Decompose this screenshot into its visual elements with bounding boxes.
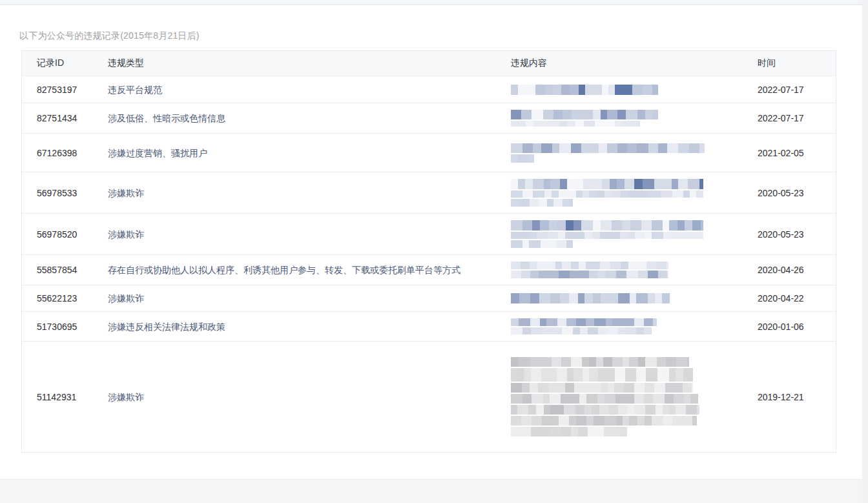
- redacted-content: [511, 292, 670, 305]
- violation-time-cell: 2020-05-23: [758, 188, 836, 198]
- table-body: 82753197 违反平台规范 2022-07-17 82751434 涉及低俗…: [22, 76, 836, 452]
- violation-time-cell: 2020-04-26: [758, 265, 836, 275]
- violation-type: 涉嫌欺诈: [108, 293, 144, 303]
- record-id-cell: 56978520: [22, 229, 108, 240]
- violation-content-cell: [511, 78, 758, 101]
- violation-time: 2020-05-23: [758, 188, 804, 198]
- violation-type-cell: 违反平台规范: [108, 83, 511, 96]
- violation-time-cell: 2020-01-06: [758, 322, 836, 332]
- violation-content-cell: [511, 137, 758, 169]
- violation-time-cell: 2022-07-17: [758, 113, 836, 123]
- violation-type: 存在自行或协助他人以拟人程序、利诱其他用户参与、转发、下载或委托刷单平台等方式: [108, 265, 460, 275]
- violation-time-cell: 2020-04-22: [758, 293, 836, 303]
- violation-time: 2020-04-22: [758, 293, 804, 303]
- record-id-cell: 55622123: [22, 293, 108, 303]
- violation-time-cell: 2020-05-23: [758, 229, 836, 240]
- redacted-content: [511, 142, 705, 164]
- table-row: 82751434 涉及低俗、性暗示或色情信息 2022-07-17: [22, 103, 836, 133]
- violation-type-cell: 涉嫌欺诈: [108, 228, 511, 241]
- record-id-cell: 67126398: [22, 148, 108, 158]
- record-id: 67126398: [37, 148, 77, 158]
- violation-content-cell: [511, 351, 758, 443]
- violation-type: 涉嫌欺诈: [108, 392, 144, 402]
- violation-type: 涉嫌欺诈: [108, 188, 144, 198]
- violation-type: 违反平台规范: [108, 85, 162, 95]
- record-id: 55857854: [37, 265, 77, 275]
- record-id-cell: 51142931: [22, 392, 108, 402]
- redacted-content: [511, 108, 658, 128]
- violation-time: 2020-01-06: [758, 322, 804, 332]
- violation-type-cell: 涉嫌欺诈: [108, 187, 511, 200]
- column-header-record-id: 记录ID: [22, 57, 108, 69]
- violation-time: 2022-07-17: [758, 85, 804, 95]
- redacted-content: [511, 356, 699, 438]
- top-remnant-strip: [0, 0, 868, 5]
- redacted-content: [511, 260, 668, 280]
- column-header-violation-type: 违规类型: [108, 57, 511, 69]
- record-id: 56978533: [37, 188, 77, 198]
- redacted-content: [511, 83, 658, 96]
- record-id: 55622123: [37, 293, 77, 303]
- table-row: 56978533 涉嫌欺诈 2020-05-23: [22, 172, 836, 213]
- table-row: 51142931 涉嫌欺诈 2019-12-21: [22, 341, 836, 452]
- violation-type: 涉嫌欺诈: [108, 229, 144, 240]
- violation-time: 2022-07-17: [758, 113, 804, 123]
- violation-type-cell: 涉嫌欺诈: [108, 292, 511, 305]
- violation-type: 涉嫌过度营销、骚扰用户: [108, 148, 207, 158]
- footer-bar: [0, 479, 868, 503]
- violation-content-cell: [511, 214, 758, 254]
- column-header-violation-content: 违规内容: [511, 57, 758, 69]
- page-title: 以下为公众号的违规记录(2015年8月21日后): [19, 30, 200, 41]
- violation-records-table: 记录ID 违规类型 违规内容 时间 82753197 违反平台规范 2022-0…: [21, 50, 836, 453]
- record-id: 82751434: [37, 113, 77, 123]
- violation-time-cell: 2022-07-17: [758, 85, 836, 95]
- scrollbar-track[interactable]: [862, 0, 868, 503]
- record-id-cell: 82751434: [22, 113, 108, 123]
- table-header-row: 记录ID 违规类型 违规内容 时间: [22, 51, 836, 76]
- table-row: 55622123 涉嫌欺诈 2020-04-22: [22, 285, 836, 311]
- violation-time: 2019-12-21: [758, 392, 804, 402]
- record-id: 56978520: [37, 229, 77, 240]
- record-id: 51730695: [37, 322, 77, 332]
- violation-content-cell: [511, 255, 758, 285]
- violation-type-cell: 涉嫌过度营销、骚扰用户: [108, 147, 511, 159]
- table-row: 67126398 涉嫌过度营销、骚扰用户 2021-02-05: [22, 133, 836, 172]
- violation-type-cell: 存在自行或协助他人以拟人程序、利诱其他用户参与、转发、下载或委托刷单平台等方式: [108, 263, 511, 276]
- redacted-content: [511, 178, 703, 208]
- violation-time: 2020-04-26: [758, 265, 804, 275]
- violation-content-cell: [511, 287, 758, 310]
- record-id-cell: 82753197: [22, 85, 108, 95]
- table-row: 51730695 涉嫌违反相关法律法规和政策 2020-01-06: [22, 311, 836, 341]
- record-id: 51142931: [37, 392, 76, 402]
- table-row: 56978520 涉嫌欺诈 2020-05-23: [22, 213, 836, 254]
- violation-time-cell: 2019-12-21: [758, 392, 836, 402]
- record-id-cell: 56978533: [22, 188, 108, 198]
- violation-type-cell: 涉嫌欺诈: [108, 391, 511, 404]
- record-id-cell: 51730695: [22, 322, 108, 332]
- violation-time: 2021-02-05: [758, 148, 804, 158]
- redacted-content: [511, 219, 703, 249]
- violation-time: 2020-05-23: [758, 229, 804, 240]
- violation-type-cell: 涉及低俗、性暗示或色情信息: [108, 112, 511, 125]
- record-id-cell: 55857854: [22, 265, 108, 275]
- violation-type: 涉嫌违反相关法律法规和政策: [108, 322, 225, 332]
- column-header-time: 时间: [758, 57, 836, 69]
- violation-content-cell: [511, 312, 758, 341]
- violation-type: 涉及低俗、性暗示或色情信息: [108, 113, 225, 123]
- table-row: 82753197 违反平台规范 2022-07-17: [22, 76, 836, 103]
- record-id: 82753197: [37, 85, 77, 95]
- violation-type-cell: 涉嫌违反相关法律法规和政策: [108, 320, 511, 333]
- table-row: 55857854 存在自行或协助他人以拟人程序、利诱其他用户参与、转发、下载或委…: [22, 254, 836, 285]
- violation-time-cell: 2021-02-05: [758, 148, 836, 158]
- violation-content-cell: [511, 172, 758, 213]
- violation-content-cell: [511, 103, 758, 133]
- redacted-content: [511, 317, 657, 336]
